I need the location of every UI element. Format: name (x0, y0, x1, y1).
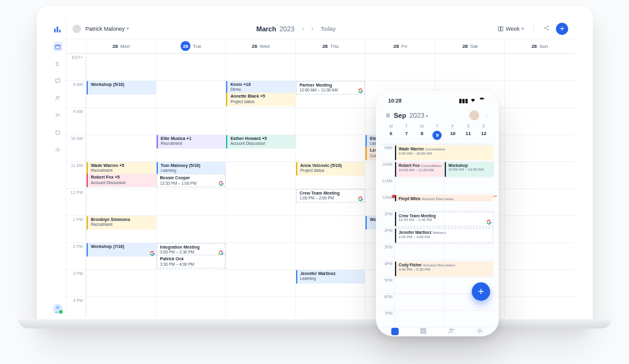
phone-user-avatar[interactable] (469, 110, 479, 120)
grid-cell[interactable] (225, 161, 295, 188)
grid-cell[interactable]: Wade Warren +5RecruitmentRobert Fox +5Ac… (86, 161, 156, 188)
day-header[interactable]: 28Mon (86, 39, 156, 53)
add-event-button[interactable]: + (556, 23, 568, 35)
grid-cell[interactable] (504, 269, 574, 296)
grid-cell[interactable] (295, 296, 365, 316)
grid-cell[interactable] (504, 161, 574, 188)
grid-cell[interactable]: Integration Meeting3:00 PM – 3:30 PMPatr… (156, 242, 226, 269)
phone-day-column[interactable]: S12 (476, 124, 491, 140)
phone-grid-cell[interactable]: Robert Fox Consultation10:00 AM – 11:00 … (394, 161, 444, 177)
grid-cell[interactable] (225, 296, 295, 316)
grid-cell[interactable] (295, 107, 365, 134)
calendar-event[interactable]: Partner Meeting10:00 AM – 11:00 AM (296, 81, 365, 95)
grid-cell[interactable]: Workshop (7/10) (86, 242, 156, 269)
phone-grid-cell[interactable] (394, 293, 444, 310)
grid-cell[interactable] (504, 53, 574, 80)
grid-cell[interactable] (86, 53, 156, 80)
nav-automation-icon[interactable] (53, 128, 63, 137)
view-selector[interactable]: Week ▾ (498, 26, 524, 32)
nav-users-icon[interactable] (53, 93, 63, 103)
grid-cell[interactable]: Brooklyn SimmonsRecruitment (86, 215, 156, 242)
period-label[interactable]: March 2023 (256, 25, 294, 33)
grid-cell[interactable]: Crew Team Meeting1:00 PM – 2:00 PM (295, 188, 365, 215)
tab-services[interactable]: Services (409, 327, 437, 336)
calendar-event[interactable]: Annette Black +5Project status (226, 93, 295, 106)
phone-grid-cell[interactable] (444, 244, 494, 260)
phone-grid-cell[interactable] (444, 194, 494, 211)
nav-settings-icon[interactable] (53, 145, 63, 155)
day-header[interactable]: 28Sun (504, 39, 574, 53)
nav-add-user-icon[interactable] (53, 110, 63, 120)
grid-cell[interactable] (156, 188, 226, 215)
phone-grid-cell[interactable]: Jennifer Martinez Webinar2:00 PM – 4:00 … (394, 227, 444, 244)
grid-cell[interactable] (225, 53, 295, 80)
user-selector[interactable]: Patrick Maloney ▾ (72, 25, 129, 33)
grid-cell[interactable] (295, 134, 365, 161)
grid-cell[interactable] (86, 188, 156, 215)
calendar-event[interactable]: Esther Howard +5Account Discussion (226, 135, 295, 149)
calendar-event[interactable]: Jennifer MartinezLearning (296, 270, 365, 284)
next-period-button[interactable]: › (311, 25, 313, 32)
grid-cell[interactable] (504, 242, 574, 269)
phone-grid-cell[interactable] (444, 177, 494, 194)
phone-event[interactable]: Robert Fox Consultation10:00 AM – 11:00 … (395, 162, 444, 177)
phone-period-label[interactable]: Sep 2023 ▾ (394, 112, 428, 119)
nav-calendar-icon[interactable] (53, 42, 63, 52)
grid-cell[interactable]: Jennifer MartinezLearning (295, 269, 365, 296)
phone-grid-cell[interactable] (444, 310, 494, 327)
grid-cell[interactable] (225, 269, 295, 296)
grid-cell[interactable] (86, 107, 156, 134)
grid-cell[interactable]: Ellie Musica +1Recruitment (156, 134, 226, 161)
phone-event[interactable]: Workshop10:00 AM – 12:00 AM (445, 162, 494, 177)
grid-cell[interactable] (365, 53, 435, 80)
calendar-event[interactable]: Bessie Cooper12:30 PM – 1:00 PM (157, 174, 226, 187)
phone-grid-cell[interactable]: Workshop10:00 AM – 12:00 AM (444, 161, 494, 177)
grid-cell[interactable]: Partner Meeting10:00 AM – 11:00 AM (295, 80, 365, 107)
calendar-event[interactable]: Robert Fox +5Account Discussion (87, 174, 156, 187)
tab-calendar[interactable]: Calendar (381, 328, 409, 336)
grid-cell[interactable]: Tom Maloney (5/10)LearningBessie Cooper1… (156, 161, 226, 188)
grid-cell[interactable] (295, 53, 365, 80)
day-header[interactable]: 28Tue (156, 39, 226, 53)
phone-grid-cell[interactable] (394, 177, 444, 194)
grid-cell[interactable] (504, 80, 574, 107)
grid-cell[interactable]: Esther Howard +5Account Discussion (225, 134, 295, 161)
tab-customers[interactable]: Customers (437, 327, 466, 336)
grid-cell[interactable] (504, 188, 574, 215)
grid-cell[interactable] (225, 188, 295, 215)
phone-grid-cell[interactable]: Cody Fisher Account Discussion4:30 PM – … (394, 260, 444, 277)
calendar-event[interactable]: Workshop (7/10) (87, 243, 156, 257)
phone-grid-cell[interactable] (444, 211, 494, 227)
more-menu-icon[interactable]: ⋮ (484, 113, 489, 118)
menu-icon[interactable]: ≡ (386, 111, 390, 120)
phone-grid-cell[interactable]: Crew Team Meeting12:45 AM – 1:45 PM (394, 211, 444, 227)
phone-day-column[interactable]: S11 (461, 124, 476, 140)
grid-cell[interactable] (225, 215, 295, 242)
grid-cell[interactable] (156, 53, 226, 80)
phone-grid-cell[interactable]: Wade Warren Consultation9:00 AM – 10:00 … (394, 144, 444, 161)
tab-settings[interactable]: Settings (466, 327, 494, 336)
grid-cell[interactable] (86, 296, 156, 316)
calendar-event[interactable]: Brooklyn SimmonsRecruitment (87, 216, 156, 230)
day-header[interactable]: 28Wed (225, 39, 295, 53)
grid-cell[interactable] (225, 107, 295, 134)
phone-grid-cell[interactable] (444, 260, 494, 277)
phone-grid-cell[interactable] (444, 144, 494, 161)
grid-cell[interactable]: Workshop (5/10) (86, 80, 156, 107)
phone-add-event-button[interactable]: + (472, 282, 490, 301)
phone-day-column[interactable]: T9 (429, 124, 445, 140)
grid-cell[interactable] (156, 80, 226, 107)
calendar-event[interactable]: Workshop (5/10) (87, 81, 156, 95)
nav-chat-icon[interactable] (53, 76, 63, 86)
grid-cell[interactable] (504, 215, 574, 242)
grid-cell[interactable] (504, 107, 574, 134)
grid-cell[interactable] (156, 296, 226, 316)
phone-day-column[interactable]: W8 (414, 124, 429, 140)
calendar-event[interactable]: Ellie Musica +1Recruitment (157, 135, 226, 149)
grid-cell[interactable] (225, 242, 295, 269)
grid-cell[interactable]: Kevin +18DemoAnnette Black +5Project sta… (225, 80, 295, 107)
grid-cell[interactable] (295, 215, 365, 242)
more-menu-icon[interactable]: ⋮ (530, 25, 537, 33)
day-header[interactable]: 28Sat (435, 39, 505, 53)
share-icon[interactable] (543, 25, 550, 33)
